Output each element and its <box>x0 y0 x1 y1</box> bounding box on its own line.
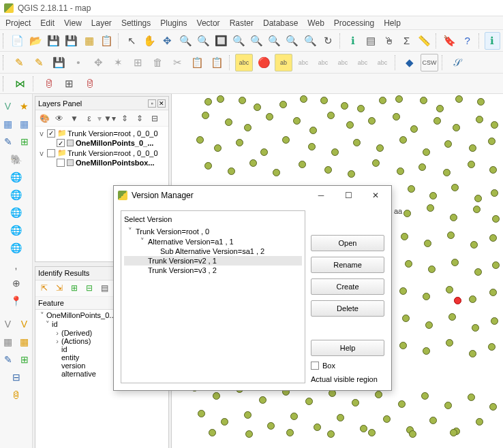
move-feature-icon[interactable]: ✥ <box>89 54 107 71</box>
edit-pencil-2-icon[interactable]: ✎ <box>30 54 48 71</box>
label-abc7-icon[interactable]: abc <box>374 54 391 71</box>
filter2-icon[interactable]: ▼▾ <box>103 112 117 125</box>
question-icon[interactable]: ? <box>459 32 475 50</box>
side-g-icon[interactable]: ⊟ <box>8 369 25 385</box>
pin-icon[interactable]: 📍 <box>8 293 25 309</box>
style-icon[interactable]: 🎨 <box>37 112 51 125</box>
rename-button[interactable]: Rename <box>311 257 384 273</box>
zoom-out-icon[interactable]: 🔍 <box>196 32 211 50</box>
layer-tree-row[interactable]: v📁Trunk Version=root , 0_0_0 <box>37 148 167 158</box>
version-tree-row[interactable]: Trunk Version=v3 , 2 <box>124 266 302 275</box>
pan-selection-icon[interactable]: ✥ <box>159 32 175 50</box>
bowtie-icon[interactable]: ⋈ <box>11 75 29 93</box>
help-button[interactable]: Help <box>311 340 384 356</box>
maximize-icon[interactable]: ☐ <box>337 189 360 202</box>
expander-icon[interactable]: ˅ <box>38 311 46 320</box>
box-checkbox[interactable] <box>311 362 319 370</box>
menu-raster[interactable]: Raster <box>230 18 254 28</box>
version-tree-row[interactable]: Sub Alternative Version=sa1 , 2 <box>124 246 302 256</box>
expander-icon[interactable]: ˅ <box>44 320 52 329</box>
expander-icon[interactable]: › <box>53 337 61 345</box>
pointer-icon[interactable]: ↖ <box>124 32 140 50</box>
side-e-icon[interactable]: ✎ <box>0 351 16 368</box>
bookmark-icon[interactable]: 🔖 <box>442 32 457 50</box>
open-button[interactable]: Open <box>311 235 384 251</box>
menu-edit[interactable]: Edit <box>40 18 55 28</box>
export-icon[interactable]: 🛢 <box>80 75 98 93</box>
edit-pencil-icon[interactable]: ✎ <box>10 54 28 71</box>
delete-button[interactable]: Delete <box>311 300 384 317</box>
toolbar-grip[interactable] <box>3 33 6 48</box>
db-icon[interactable]: 🛢 <box>40 75 57 93</box>
layer-checkbox[interactable] <box>57 159 65 167</box>
node-tool-icon[interactable]: ✶ <box>109 54 127 71</box>
menu-view[interactable]: View <box>64 18 82 28</box>
layer-tree-row[interactable]: ✓OneMillonPoints_0_... <box>37 138 167 148</box>
csw-icon[interactable]: CSW <box>421 54 438 71</box>
side-d-icon[interactable]: ▦ <box>16 334 33 350</box>
dialog-titlebar[interactable]: Version Manager ─ ☐ ✕ <box>114 186 391 205</box>
ident-tree-icon[interactable]: ⇱ <box>37 281 51 295</box>
python-icon[interactable]: 𝒮 <box>448 54 466 71</box>
version-tree-row[interactable]: ˅Alternative Version=a1 , 1 <box>124 236 302 246</box>
pan-icon[interactable]: ✋ <box>142 32 157 50</box>
label-abc6-icon[interactable]: abc <box>354 54 371 71</box>
layer-checkbox[interactable] <box>47 149 55 157</box>
ident-form-icon[interactable]: ▤ <box>97 281 111 295</box>
zoom-native-icon[interactable]: 🔲 <box>213 32 229 50</box>
measure-icon[interactable]: 📏 <box>416 32 432 50</box>
table-icon[interactable]: ▤ <box>363 32 379 50</box>
add-vector-star-icon[interactable]: ★ <box>16 98 33 114</box>
minimize-icon[interactable]: ─ <box>309 189 333 202</box>
add-spatialite-icon[interactable]: 🌐 <box>8 169 25 185</box>
ident-collapse-icon[interactable]: ⊟ <box>82 281 96 295</box>
layer-checkbox[interactable]: ✓ <box>47 129 55 138</box>
create-button[interactable]: Create <box>311 278 384 295</box>
expander-icon[interactable]: ˅ <box>127 227 134 236</box>
schema-icon[interactable]: ⊞ <box>60 75 78 93</box>
composer-icon[interactable]: 📋 <box>99 32 115 50</box>
add-vector-icon[interactable]: V <box>0 98 16 114</box>
save-as-icon[interactable]: 💾 <box>63 32 79 50</box>
eye-icon[interactable]: 👁 <box>52 112 66 125</box>
zoom-selection-icon[interactable]: 🔍 <box>249 32 264 50</box>
add-raster-icon[interactable]: ▦ <box>0 116 16 132</box>
paste-icon[interactable]: 📋 <box>208 54 226 71</box>
add-wms-icon[interactable]: 🌐 <box>8 222 25 238</box>
add-mssql-icon[interactable]: 🌐 <box>8 187 25 203</box>
delete-icon[interactable]: 🗑 <box>149 54 166 71</box>
label-abc4-icon[interactable]: abc <box>314 54 332 71</box>
menu-vector[interactable]: Vector <box>197 18 220 28</box>
filter-icon[interactable]: ▼ <box>67 112 81 125</box>
info-highlighted-icon[interactable]: ℹ <box>485 32 500 50</box>
label-abc2-icon[interactable]: ab <box>275 54 292 71</box>
expr-icon[interactable]: ε <box>82 112 96 125</box>
mouse-icon[interactable]: 🖱 <box>381 32 397 50</box>
side-a-icon[interactable]: V <box>0 316 16 332</box>
book-icon[interactable]: ◆ <box>401 54 418 71</box>
menu-help[interactable]: Help <box>384 18 401 28</box>
label-abc3-icon[interactable]: abc <box>294 54 312 71</box>
zoom-full-icon[interactable]: 🔍 <box>231 32 247 50</box>
copy-icon[interactable]: 📋 <box>188 54 206 71</box>
collapse-icon[interactable]: ⇕ <box>133 112 147 125</box>
remove-icon[interactable]: ⊟ <box>148 112 162 125</box>
menu-layer[interactable]: Layer <box>91 18 112 28</box>
layer-checkbox[interactable]: ✓ <box>57 139 65 147</box>
add-oracle-icon[interactable]: 🌐 <box>8 204 25 221</box>
menu-web[interactable]: Web <box>307 18 324 28</box>
side-f-icon[interactable]: ⊞ <box>16 351 33 368</box>
expander-icon[interactable]: v <box>38 149 45 157</box>
toolbar-grip[interactable] <box>3 76 7 91</box>
label-abc5-icon[interactable]: abc <box>334 54 352 71</box>
add-postgis-icon[interactable]: 🐘 <box>8 151 25 167</box>
close-icon[interactable]: ✕ <box>364 189 387 202</box>
save-icon[interactable]: 💾 <box>46 32 61 50</box>
crosshair-icon[interactable]: ⊕ <box>8 275 25 291</box>
new-project-icon[interactable]: 📄 <box>10 32 25 50</box>
add-pen-icon[interactable]: ✎ <box>0 133 16 150</box>
menu-database[interactable]: Database <box>263 18 298 28</box>
add-wfs-icon[interactable]: 🌐 <box>8 240 25 256</box>
version-tree-row[interactable]: ˅Trunk Version=root , 0 <box>124 226 302 236</box>
label-abc-icon[interactable]: abc <box>235 54 253 71</box>
